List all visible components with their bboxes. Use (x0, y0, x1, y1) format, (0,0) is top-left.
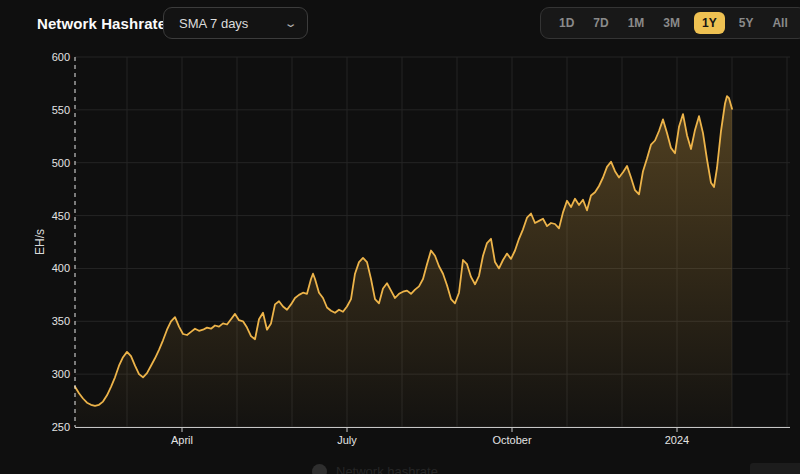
bottom-right-panel-edge (750, 463, 800, 474)
x-tick-label: October (492, 434, 531, 446)
x-tick-label: April (171, 434, 193, 446)
hashrate-area-fill (75, 96, 732, 427)
y-tick-label: 250 (52, 421, 70, 433)
y-tick-label: 450 (52, 210, 70, 222)
y-tick-label: 350 (52, 315, 70, 327)
x-tick-label: 2024 (665, 434, 689, 446)
legend-dot-icon (312, 464, 327, 474)
y-tick-label: 550 (52, 104, 70, 116)
hashrate-line-chart[interactable]: 600550500450400350300250AprilJulyOctober… (0, 0, 800, 474)
y-tick-label: 600 (52, 51, 70, 63)
x-tick-label: July (337, 434, 357, 446)
y-tick-label: 300 (52, 368, 70, 380)
y-axis-title: EH/s (33, 229, 47, 255)
y-tick-label: 500 (52, 157, 70, 169)
chart-legend[interactable]: Network hashrate (312, 464, 438, 474)
y-tick-label: 400 (52, 262, 70, 274)
legend-label: Network hashrate (336, 464, 438, 474)
hashrate-chart-panel: Network Hashrate SMA 7 days ⌄ 1D7D1M3M1Y… (0, 0, 800, 474)
